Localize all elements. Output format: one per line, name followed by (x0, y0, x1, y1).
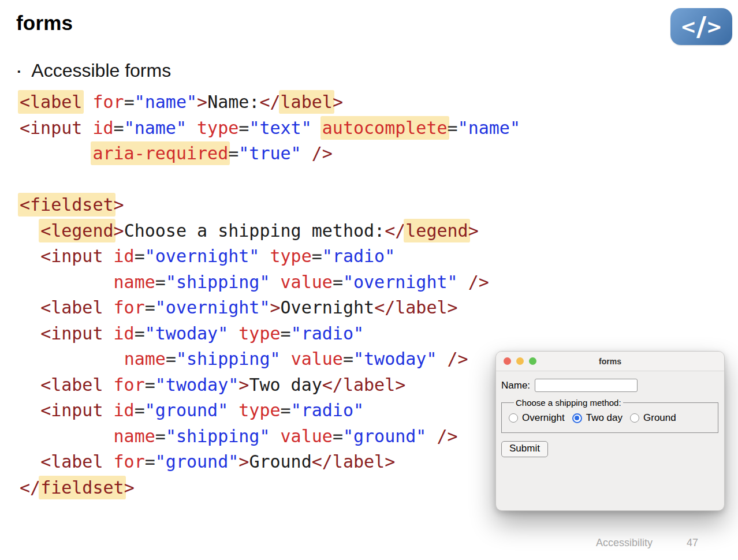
code-token: /> (437, 426, 458, 446)
code-block: <label for="name">Name:</label><input id… (20, 89, 520, 501)
code-token: "ground" (155, 451, 239, 472)
code-token (270, 426, 281, 446)
code-token (82, 118, 92, 138)
code-token: <label (40, 375, 103, 395)
radio-button[interactable] (630, 413, 639, 423)
code-token: = (238, 118, 249, 138)
code-token: > (124, 477, 135, 498)
code-line (20, 167, 520, 193)
code-token (103, 297, 114, 318)
code-token: "name" (458, 118, 520, 138)
code-token: "shipping" (166, 426, 270, 446)
minimize-button[interactable] (516, 357, 524, 365)
code-token: = (228, 143, 238, 163)
code-token: </ (259, 92, 280, 112)
radio-option: Ground (630, 412, 676, 424)
code-token: name (114, 426, 155, 446)
code-token: Overnight (281, 297, 375, 318)
code-token (103, 400, 114, 420)
code-line: <label for="overnight">Overnight</label> (20, 295, 520, 321)
code-token: "overnight" (343, 272, 458, 292)
code-token: </label> (312, 451, 396, 472)
code-token (103, 246, 114, 266)
bullet-text: Accessible forms (31, 60, 171, 81)
code-token: for (92, 92, 124, 112)
radio-label: Overnight (522, 412, 565, 424)
page-title: forms (16, 12, 73, 35)
code-token: type (238, 400, 280, 420)
code-token (82, 92, 92, 112)
bullet-item: ▪ Accessible forms (17, 60, 171, 81)
code-token (20, 297, 40, 318)
code-token (20, 375, 40, 395)
code-token: "ground" (343, 426, 427, 446)
code-token: type (238, 323, 280, 344)
code-token: id (114, 400, 135, 420)
code-token: "overnight" (155, 297, 270, 318)
code-token: Name: (207, 92, 259, 112)
code-line: <label for="name">Name:</label> (20, 89, 520, 115)
code-token: <input (40, 246, 103, 266)
code-token (228, 323, 238, 344)
name-input[interactable] (535, 379, 638, 392)
code-token (103, 451, 114, 472)
code-token: Two day (249, 375, 322, 395)
radio-option: Overnight (509, 412, 565, 424)
code-token: = (145, 375, 155, 395)
code-token: for (114, 451, 145, 472)
code-token: > (270, 297, 281, 318)
radio-button[interactable] (509, 413, 518, 423)
radio-button-checked[interactable] (572, 413, 582, 423)
code-token: "name" (124, 118, 187, 138)
code-line: <input id="ground" type="radio" (20, 398, 520, 424)
code-token: "name" (135, 92, 197, 112)
code-token: = (135, 323, 145, 344)
code-token: Ground (249, 451, 311, 472)
code-token: = (312, 246, 322, 266)
code-token-highlighted: aria-required (92, 143, 228, 163)
code-token: "shipping" (176, 349, 281, 369)
code-token: "text" (249, 118, 311, 138)
code-token: type (197, 118, 238, 138)
code-token: value (281, 426, 333, 446)
code-token (20, 272, 114, 292)
close-button[interactable] (504, 357, 511, 365)
code-line: <input id="name" type="text" autocomplet… (20, 115, 520, 141)
code-token: > (197, 92, 207, 112)
code-token (20, 426, 114, 446)
code-token-highlighted: autocomplete (322, 118, 448, 138)
code-token: value (291, 349, 343, 369)
name-row: Name: (501, 379, 718, 392)
code-token: = (448, 118, 458, 138)
code-token: for (114, 375, 145, 395)
code-line: aria-required="true" /> (20, 141, 520, 167)
code-token (312, 118, 322, 138)
code-token: "radio" (291, 400, 364, 420)
code-token: name (124, 349, 166, 369)
code-token: = (281, 400, 291, 420)
submit-button[interactable]: Submit (501, 441, 548, 457)
code-line: name="shipping" value="twoday" /> (20, 346, 520, 372)
radio-group: OvernightTwo dayGround (509, 412, 713, 424)
code-token: "twoday" (145, 323, 229, 344)
code-line: <input id="overnight" type="radio" (20, 244, 520, 270)
code-token: id (114, 323, 135, 344)
code-token: /> (312, 143, 333, 163)
code-token: = (135, 246, 145, 266)
code-token: = (155, 272, 166, 292)
code-token: > (238, 375, 249, 395)
code-token (20, 451, 40, 472)
code-token (458, 272, 468, 292)
code-token: /> (468, 272, 489, 292)
radio-option: Two day (572, 412, 623, 424)
zoom-button[interactable] (529, 357, 536, 365)
code-token: name (114, 272, 155, 292)
code-token: = (114, 118, 124, 138)
code-token: </ (20, 477, 40, 498)
code-icon: < (680, 17, 696, 36)
code-token: <label (40, 451, 103, 472)
code-token (228, 400, 238, 420)
code-token: type (270, 246, 312, 266)
code-token: "overnight" (145, 246, 260, 266)
code-token-highlighted: <fieldset (20, 195, 114, 215)
